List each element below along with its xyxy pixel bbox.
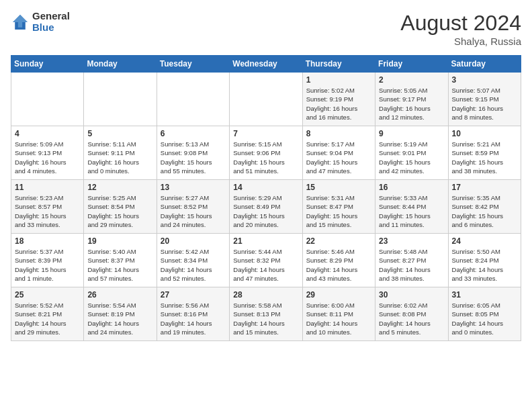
day-info: Sunrise: 5:27 AM Sunset: 8:52 PM Dayligh… — [161, 193, 226, 229]
calendar-table: SundayMondayTuesdayWednesdayThursdayFrid… — [11, 55, 521, 341]
calendar-cell — [230, 73, 302, 126]
day-info: Sunrise: 5:50 AM Sunset: 8:24 PM Dayligh… — [452, 247, 517, 283]
header-thursday: Thursday — [302, 56, 375, 73]
day-info: Sunrise: 5:29 AM Sunset: 8:49 PM Dayligh… — [233, 193, 298, 229]
day-info: Sunrise: 5:37 AM Sunset: 8:39 PM Dayligh… — [15, 247, 80, 283]
calendar-cell: 11Sunrise: 5:23 AM Sunset: 8:57 PM Dayli… — [11, 180, 84, 234]
header-friday: Friday — [375, 56, 448, 73]
calendar-cell: 18Sunrise: 5:37 AM Sunset: 8:39 PM Dayli… — [11, 234, 84, 287]
day-number: 20 — [161, 236, 226, 246]
day-info: Sunrise: 5:56 AM Sunset: 8:16 PM Dayligh… — [161, 301, 226, 336]
header-wednesday: Wednesday — [230, 56, 302, 73]
day-number: 23 — [379, 236, 444, 246]
calendar-cell: 13Sunrise: 5:27 AM Sunset: 8:52 PM Dayli… — [157, 180, 229, 234]
day-number: 26 — [87, 290, 152, 300]
calendar-cell: 20Sunrise: 5:42 AM Sunset: 8:34 PM Dayli… — [157, 234, 229, 287]
calendar-cell: 7Sunrise: 5:15 AM Sunset: 9:06 PM Daylig… — [230, 126, 302, 180]
day-info: Sunrise: 5:09 AM Sunset: 9:13 PM Dayligh… — [15, 140, 80, 175]
calendar-week-5: 25Sunrise: 5:52 AM Sunset: 8:21 PM Dayli… — [11, 287, 521, 341]
calendar-cell: 16Sunrise: 5:33 AM Sunset: 8:44 PM Dayli… — [375, 180, 448, 234]
calendar-cell: 28Sunrise: 5:58 AM Sunset: 8:13 PM Dayli… — [230, 287, 302, 341]
calendar-week-2: 4Sunrise: 5:09 AM Sunset: 9:13 PM Daylig… — [11, 126, 521, 180]
day-info: Sunrise: 5:25 AM Sunset: 8:54 PM Dayligh… — [87, 193, 152, 229]
day-number: 17 — [452, 183, 517, 192]
day-number: 25 — [15, 290, 80, 300]
logo-general-text: General — [32, 11, 70, 22]
calendar-cell: 25Sunrise: 5:52 AM Sunset: 8:21 PM Dayli… — [11, 287, 84, 341]
day-number: 5 — [87, 129, 152, 138]
day-info: Sunrise: 5:54 AM Sunset: 8:19 PM Dayligh… — [87, 301, 152, 336]
calendar-cell: 5Sunrise: 5:11 AM Sunset: 9:11 PM Daylig… — [84, 126, 157, 180]
header-saturday: Saturday — [448, 56, 521, 73]
day-number: 11 — [15, 183, 80, 192]
day-info: Sunrise: 5:52 AM Sunset: 8:21 PM Dayligh… — [15, 301, 80, 336]
calendar-cell: 31Sunrise: 6:05 AM Sunset: 8:05 PM Dayli… — [448, 287, 521, 341]
day-number: 12 — [87, 183, 152, 192]
day-number: 8 — [306, 129, 371, 138]
calendar-cell — [157, 73, 229, 126]
day-info: Sunrise: 6:00 AM Sunset: 8:11 PM Dayligh… — [306, 301, 371, 336]
logo: General Blue — [11, 11, 70, 33]
day-info: Sunrise: 5:23 AM Sunset: 8:57 PM Dayligh… — [15, 193, 80, 229]
calendar-cell: 8Sunrise: 5:17 AM Sunset: 9:04 PM Daylig… — [302, 126, 375, 180]
calendar-cell: 30Sunrise: 6:02 AM Sunset: 8:08 PM Dayli… — [375, 287, 448, 341]
day-info: Sunrise: 5:07 AM Sunset: 9:15 PM Dayligh… — [452, 86, 517, 122]
day-info: Sunrise: 6:02 AM Sunset: 8:08 PM Dayligh… — [379, 301, 444, 336]
logo-blue-text: Blue — [32, 22, 70, 34]
day-number: 24 — [452, 236, 517, 246]
calendar-cell — [84, 73, 157, 126]
calendar-cell — [11, 73, 84, 126]
day-number: 31 — [452, 290, 517, 300]
day-info: Sunrise: 5:11 AM Sunset: 9:11 PM Dayligh… — [87, 140, 152, 175]
calendar-cell: 6Sunrise: 5:13 AM Sunset: 9:08 PM Daylig… — [157, 126, 229, 180]
day-number: 16 — [379, 183, 444, 192]
calendar-cell: 24Sunrise: 5:50 AM Sunset: 8:24 PM Dayli… — [448, 234, 521, 287]
day-info: Sunrise: 5:44 AM Sunset: 8:32 PM Dayligh… — [233, 247, 298, 283]
day-info: Sunrise: 5:33 AM Sunset: 8:44 PM Dayligh… — [379, 193, 444, 229]
calendar-cell: 21Sunrise: 5:44 AM Sunset: 8:32 PM Dayli… — [230, 234, 302, 287]
day-info: Sunrise: 5:40 AM Sunset: 8:37 PM Dayligh… — [87, 247, 152, 283]
day-info: Sunrise: 5:21 AM Sunset: 8:59 PM Dayligh… — [452, 140, 517, 175]
title-block: August 2024 Shalya, Russia — [400, 11, 521, 47]
calendar-cell: 15Sunrise: 5:31 AM Sunset: 8:47 PM Dayli… — [302, 180, 375, 234]
calendar-cell: 9Sunrise: 5:19 AM Sunset: 9:01 PM Daylig… — [375, 126, 448, 180]
calendar-cell: 4Sunrise: 5:09 AM Sunset: 9:13 PM Daylig… — [11, 126, 84, 180]
day-number: 2 — [379, 75, 444, 85]
calendar-cell: 26Sunrise: 5:54 AM Sunset: 8:19 PM Dayli… — [84, 287, 157, 341]
day-number: 13 — [161, 183, 226, 192]
day-number: 30 — [379, 290, 444, 300]
calendar-cell: 12Sunrise: 5:25 AM Sunset: 8:54 PM Dayli… — [84, 180, 157, 234]
day-number: 9 — [379, 129, 444, 138]
calendar-header-row: SundayMondayTuesdayWednesdayThursdayFrid… — [11, 56, 521, 73]
day-number: 6 — [161, 129, 226, 138]
day-number: 4 — [15, 129, 80, 138]
day-info: Sunrise: 5:58 AM Sunset: 8:13 PM Dayligh… — [233, 301, 298, 336]
header-sunday: Sunday — [11, 56, 84, 73]
calendar-cell: 10Sunrise: 5:21 AM Sunset: 8:59 PM Dayli… — [448, 126, 521, 180]
day-number: 18 — [15, 236, 80, 246]
calendar-cell: 29Sunrise: 6:00 AM Sunset: 8:11 PM Dayli… — [302, 287, 375, 341]
logo-icon — [11, 13, 30, 32]
calendar-cell: 27Sunrise: 5:56 AM Sunset: 8:16 PM Dayli… — [157, 287, 229, 341]
location-title: Shalya, Russia — [400, 36, 521, 47]
day-number: 29 — [306, 290, 371, 300]
day-number: 1 — [306, 75, 371, 85]
calendar-week-1: 1Sunrise: 5:02 AM Sunset: 9:19 PM Daylig… — [11, 73, 521, 126]
day-number: 21 — [233, 236, 298, 246]
day-info: Sunrise: 5:02 AM Sunset: 9:19 PM Dayligh… — [306, 86, 371, 122]
day-number: 14 — [233, 183, 298, 192]
calendar-cell: 23Sunrise: 5:48 AM Sunset: 8:27 PM Dayli… — [375, 234, 448, 287]
day-info: Sunrise: 6:05 AM Sunset: 8:05 PM Dayligh… — [452, 301, 517, 336]
day-info: Sunrise: 5:19 AM Sunset: 9:01 PM Dayligh… — [379, 140, 444, 175]
day-info: Sunrise: 5:13 AM Sunset: 9:08 PM Dayligh… — [161, 140, 226, 175]
page-header: General Blue August 2024 Shalya, Russia — [11, 11, 521, 47]
day-number: 3 — [452, 75, 517, 85]
calendar-cell: 14Sunrise: 5:29 AM Sunset: 8:49 PM Dayli… — [230, 180, 302, 234]
day-number: 15 — [306, 183, 371, 192]
calendar-week-3: 11Sunrise: 5:23 AM Sunset: 8:57 PM Dayli… — [11, 180, 521, 234]
day-number: 10 — [452, 129, 517, 138]
day-number: 28 — [233, 290, 298, 300]
calendar-cell: 2Sunrise: 5:05 AM Sunset: 9:17 PM Daylig… — [375, 73, 448, 126]
day-number: 27 — [161, 290, 226, 300]
day-info: Sunrise: 5:17 AM Sunset: 9:04 PM Dayligh… — [306, 140, 371, 175]
